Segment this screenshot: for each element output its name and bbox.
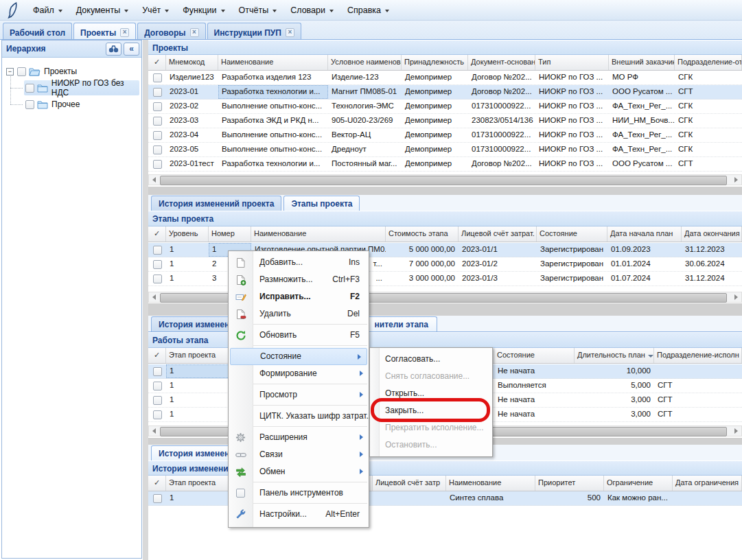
projects-column-header-6[interactable]: Внешний заказчик — [609, 55, 675, 70]
stages-column-header-5[interactable]: Состояние — [537, 226, 607, 242]
tree-checkbox[interactable] — [17, 67, 26, 76]
projects-row-0[interactable]: Изделие123Разработка изделия 123Изделие-… — [148, 71, 742, 85]
tree-node-0[interactable]: НИОКР по ГОЗ без НДС — [2, 80, 141, 96]
row-checkbox[interactable] — [153, 260, 162, 269]
submenu-item-approve[interactable]: Согласовать... — [370, 351, 492, 368]
window-tab-pup-instructions[interactable]: Инструкции ПУП× — [207, 23, 301, 39]
stages-column-header-0[interactable]: Уровень — [166, 226, 209, 242]
projects-column-header-4[interactable]: Документ-основан — [468, 55, 535, 70]
context-menu-item-duplicate[interactable]: Размножить...Ctrl+F3 — [229, 271, 369, 288]
context-menu-item-refresh[interactable]: ОбновитьF5 — [229, 327, 369, 344]
tree-checkbox[interactable] — [25, 84, 34, 93]
projects-column-header-5[interactable]: Тип — [535, 55, 609, 70]
tab-close-icon[interactable]: × — [286, 28, 294, 37]
row-checkbox[interactable] — [153, 410, 162, 419]
context-menu-item-add[interactable]: Добавить...Ins — [229, 254, 369, 271]
collapse-panel-button[interactable]: « — [124, 43, 139, 56]
horizontal-splitter[interactable] — [148, 187, 742, 195]
stages-column-header-3[interactable]: Стоимость этапа — [386, 226, 459, 242]
context-menu-item-links[interactable]: Связи — [229, 446, 369, 463]
row-checkbox[interactable] — [153, 367, 162, 376]
works-column-header-2[interactable]: Длительность план — [575, 348, 654, 363]
context-menu-item-formation[interactable]: Формирование — [229, 365, 369, 382]
context-menu-item-extensions[interactable]: Расширения — [229, 429, 369, 446]
projects-column-header-0[interactable]: Мнемокод — [166, 55, 218, 70]
row-checkbox[interactable] — [153, 145, 162, 154]
context-menu-item-delete[interactable]: УдалитьDel — [229, 305, 369, 323]
projects-row-4[interactable]: 2023-04Выполнение опытно-конс...Вектор-А… — [148, 128, 742, 143]
tab-close-icon[interactable]: × — [120, 28, 129, 37]
works-column-header-1[interactable]: Состояние — [494, 348, 575, 363]
works-column-header-3[interactable]: Подразделение-исполн — [654, 348, 742, 363]
projects-hscrollbar[interactable] — [148, 174, 742, 185]
context-menu-item-exchange[interactable]: Обмен — [229, 463, 369, 480]
context-menu-item-view[interactable]: Просмотр — [229, 386, 369, 404]
context-menu-item-state[interactable]: Состояние — [230, 348, 367, 365]
projects-select-all-header[interactable]: ✓ — [148, 55, 166, 70]
history-column-header-2[interactable]: Наименование — [446, 476, 535, 491]
projects-row-3[interactable]: 2023-03Разработка ЭКД и РКД н...905-U020… — [148, 114, 742, 128]
context-menu-item-settings[interactable]: Настройки...Alt+Enter — [229, 506, 369, 523]
projects-column-header-2[interactable]: Условное наименова — [328, 55, 402, 70]
scroll-right-icon[interactable] — [734, 177, 738, 183]
row-checkbox[interactable] — [153, 160, 162, 169]
history-column-header-5[interactable]: Дата ограничения — [673, 476, 742, 491]
stages-tab-0[interactable]: История изменений проекта — [151, 196, 281, 211]
menubar-item-dictionaries[interactable]: Словари — [283, 3, 340, 18]
menubar-item-documents[interactable]: Документы — [69, 3, 135, 18]
history-select-all-header[interactable]: ✓ — [148, 476, 166, 491]
projects-row-2[interactable]: 2023-02Выполнение опытно-конс...Технолог… — [148, 100, 742, 114]
row-checkbox[interactable] — [153, 382, 162, 390]
stages-column-header-7[interactable]: Дата окончания п — [682, 226, 742, 242]
window-tab-contracts[interactable]: Договоры× — [137, 23, 205, 39]
stages-column-header-6[interactable]: Дата начала план — [607, 226, 682, 242]
scroll-left-icon[interactable] — [152, 294, 156, 300]
stages-select-all-header[interactable]: ✓ — [148, 226, 166, 242]
menubar-item-file[interactable]: Файл — [26, 3, 69, 18]
history-column-header-0[interactable]: Этап проекта — [166, 476, 229, 491]
scroll-right-icon[interactable] — [734, 428, 738, 434]
scroll-right-icon[interactable] — [734, 294, 738, 300]
history-column-header-1[interactable]: Лицевой счёт затр — [373, 476, 446, 491]
menubar-item-help[interactable]: Справка — [340, 3, 396, 18]
projects-column-header-3[interactable]: Принадлежность — [402, 55, 468, 70]
history-column-header-4[interactable]: Ограничение — [604, 476, 673, 491]
menubar-item-reports[interactable]: Отчёты — [232, 3, 284, 18]
scroll-left-icon[interactable] — [152, 177, 156, 183]
window-tab-desktop[interactable]: Рабочий стол — [3, 23, 72, 39]
search-button[interactable] — [106, 43, 121, 56]
projects-column-header-1[interactable]: Наименование — [218, 55, 328, 70]
menubar-item-functions[interactable]: Функции — [176, 3, 231, 18]
context-menu-item-edit[interactable]: Исправить...F2 — [229, 288, 369, 305]
projects-column-header-7[interactable]: Подразделение-от — [675, 55, 742, 70]
row-checkbox[interactable] — [153, 88, 162, 97]
vertical-splitter[interactable] — [143, 40, 148, 560]
tree-checkbox[interactable] — [25, 100, 34, 109]
row-checkbox[interactable] — [153, 117, 162, 126]
tab-close-icon[interactable]: × — [190, 28, 199, 37]
row-checkbox[interactable] — [153, 73, 162, 82]
history-column-header-3[interactable]: Приоритет — [535, 476, 604, 491]
row-checkbox[interactable] — [153, 494, 162, 503]
menubar-item-accounting[interactable]: Учёт — [135, 3, 176, 18]
row-checkbox[interactable] — [153, 102, 162, 111]
row-checkbox[interactable] — [153, 275, 162, 283]
scroll-left-icon[interactable] — [152, 428, 156, 434]
projects-row-1[interactable]: 2023-01Разработка технологии и...Магнит … — [148, 85, 742, 100]
context-menu-item-toolbar-toggle[interactable]: Панель инструментов — [229, 485, 369, 502]
stages-column-header-1[interactable]: Номер — [209, 226, 251, 242]
stages-column-header-4[interactable]: Лицевой счёт затрат. — [459, 226, 537, 242]
projects-row-6[interactable]: 2023-01тестРазработка технологии и...Пос… — [148, 157, 742, 172]
projects-row-5[interactable]: 2023-05Выполнение опытно-конс...Дредноут… — [148, 143, 742, 157]
context-menu-item-citk-cost-code[interactable]: ЦИТК. Указать шифр затрат... — [229, 408, 369, 425]
row-checkbox[interactable] — [153, 396, 162, 405]
row-checkbox[interactable] — [153, 131, 162, 140]
row-checkbox[interactable] — [153, 246, 162, 255]
works-select-all-header[interactable]: ✓ — [148, 348, 166, 363]
window-tab-projects[interactable]: Проекты× — [73, 23, 136, 39]
tree-node-root[interactable]: −Проекты — [2, 63, 141, 80]
tree-node-1[interactable]: Прочее — [2, 96, 141, 113]
works-column-header-0[interactable]: Этап проекта — [166, 348, 229, 363]
scroll-thumb[interactable] — [160, 176, 727, 185]
tree-collapse-icon[interactable]: − — [6, 68, 14, 75]
